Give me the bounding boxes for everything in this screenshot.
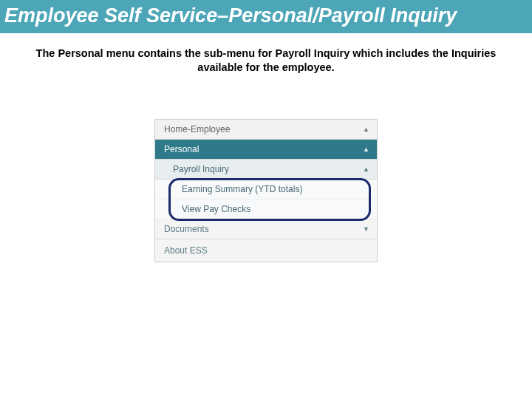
menu-item-payroll-inquiry[interactable]: Payroll Inquiry ▲ (155, 160, 377, 180)
menu-item-earning-summary[interactable]: Earning Summary (YTD totals) (155, 180, 377, 200)
collapse-up-icon: ▲ (363, 146, 369, 153)
collapse-up-icon: ▲ (363, 126, 369, 133)
menu-label: Documents (164, 224, 209, 234)
expand-down-icon: ▼ (363, 225, 369, 233)
menu-item-personal[interactable]: Personal ▲ (155, 140, 377, 160)
collapse-up-icon: ▲ (363, 166, 369, 173)
menu-item-about-ess[interactable]: About ESS (155, 239, 377, 262)
menu-label: Payroll Inquiry (173, 164, 229, 174)
menu-label: Home-Employee (164, 124, 230, 134)
page-title: Employee Self Service–Personal/Payroll I… (0, 0, 532, 33)
highlighted-submenu-group: Earning Summary (YTD totals) View Pay Ch… (155, 180, 377, 219)
menu-label: Personal (164, 144, 199, 154)
navigation-menu: Home-Employee ▲ Personal ▲ Payroll Inqui… (154, 119, 378, 262)
menu-label: View Pay Checks (182, 204, 250, 214)
description-text: The Personal menu contains the sub-menu … (30, 47, 502, 75)
menu-item-home-employee[interactable]: Home-Employee ▲ (155, 120, 377, 140)
menu-label: About ESS (164, 245, 208, 256)
menu-label: Earning Summary (YTD totals) (182, 184, 302, 194)
menu-item-documents[interactable]: Documents ▼ (155, 219, 377, 239)
menu-item-view-pay-checks[interactable]: View Pay Checks (155, 200, 377, 219)
